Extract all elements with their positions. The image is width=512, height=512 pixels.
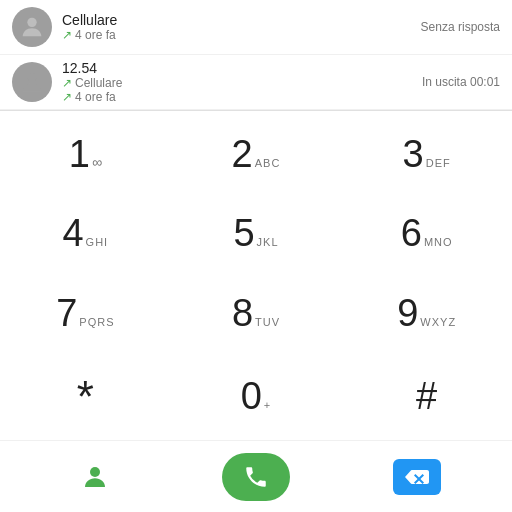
call-info-2: 12.54 ↗ Cellulare ↗ 4 ore fa (62, 60, 422, 104)
avatar-2 (12, 62, 52, 102)
key-0[interactable]: 0 + (171, 354, 342, 440)
call-item-2[interactable]: 12.54 ↗ Cellulare ↗ 4 ore fa In uscita 0… (0, 55, 512, 110)
key-8[interactable]: 8 TUV (171, 274, 342, 354)
svg-point-2 (90, 467, 100, 477)
svg-point-0 (27, 18, 36, 27)
call-subtype-2: ↗ 4 ore fa (62, 90, 422, 104)
contacts-icon (80, 462, 110, 492)
contacts-button[interactable] (71, 453, 119, 501)
call-status-2: In uscita 00:01 (422, 75, 500, 89)
key-6[interactable]: 6 MNO (341, 195, 512, 275)
call-name-2: 12.54 (62, 60, 422, 76)
recent-calls: Cellulare ↗ 4 ore fa Senza risposta 12.5… (0, 0, 512, 111)
key-hash[interactable]: # (341, 354, 512, 440)
svg-point-1 (27, 73, 36, 82)
call-type-1: ↗ 4 ore fa (62, 28, 421, 42)
avatar-1 (12, 7, 52, 47)
phone-icon (243, 464, 269, 490)
key-5[interactable]: 5 JKL (171, 195, 342, 275)
call-arrow-1: ↗ (62, 28, 72, 42)
dialpad-grid: 1 ∞ 2 ABC 3 DEF 4 GHI 5 JK (0, 115, 512, 440)
key-3[interactable]: 3 DEF (341, 115, 512, 195)
call-item-1[interactable]: Cellulare ↗ 4 ore fa Senza risposta (0, 0, 512, 55)
key-1[interactable]: 1 ∞ (0, 115, 171, 195)
key-9[interactable]: 9 WXYZ (341, 274, 512, 354)
delete-icon (405, 467, 429, 487)
call-info-1: Cellulare ↗ 4 ore fa (62, 12, 421, 42)
call-status-1: Senza risposta (421, 20, 500, 34)
dialpad: 1 ∞ 2 ABC 3 DEF 4 GHI 5 JK (0, 111, 512, 512)
call-button[interactable] (222, 453, 290, 501)
action-bar (0, 440, 512, 512)
key-star[interactable]: * (0, 354, 171, 440)
key-2[interactable]: 2 ABC (171, 115, 342, 195)
key-4[interactable]: 4 GHI (0, 195, 171, 275)
delete-button[interactable] (393, 459, 441, 495)
key-7[interactable]: 7 PQRS (0, 274, 171, 354)
call-name-1: Cellulare (62, 12, 421, 28)
call-arrow-2: ↗ (62, 76, 72, 90)
call-type-2: ↗ Cellulare (62, 76, 422, 90)
